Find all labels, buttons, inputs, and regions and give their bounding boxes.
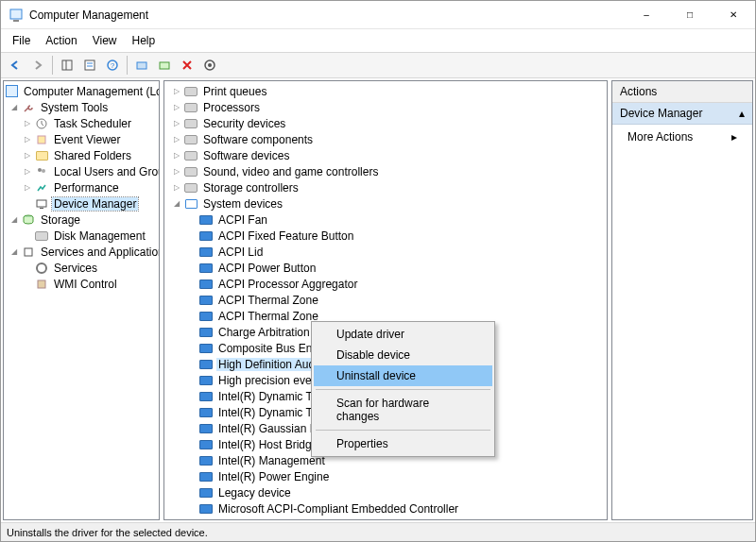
content-area: Computer Management (Local ◢ System Tool… <box>1 78 755 522</box>
menu-action[interactable]: Action <box>38 31 84 50</box>
device-icon <box>198 261 214 276</box>
expand-icon[interactable]: ▷ <box>21 149 34 162</box>
tree-performance[interactable]: ▷ Performance <box>4 179 159 195</box>
tree-disk-management[interactable]: Disk Management <box>4 228 159 244</box>
collapse-icon[interactable]: ◢ <box>8 246 21 259</box>
device-item[interactable]: ACPI Fixed Feature Button <box>164 228 607 244</box>
device-icon <box>198 485 214 500</box>
properties-button[interactable] <box>79 55 100 76</box>
expand-icon[interactable]: ▷ <box>21 181 34 195</box>
context-menu-item[interactable]: Scan for hardware changes <box>314 393 492 427</box>
toolbar-separator <box>52 56 53 75</box>
device-item[interactable]: Legacy device <box>164 484 607 500</box>
expand-icon[interactable]: ▷ <box>21 133 34 146</box>
device-category[interactable]: ▷ Security devices <box>164 115 607 131</box>
device-item[interactable]: ACPI Processor Aggregator <box>164 276 607 292</box>
device-icon <box>198 245 214 260</box>
device-item[interactable]: Microsoft ACPI-Compliant Embedded Contro… <box>164 500 607 517</box>
expand-icon[interactable]: ▷ <box>170 117 183 130</box>
collapse-icon[interactable]: ◢ <box>170 197 183 211</box>
navigation-tree-pane[interactable]: Computer Management (Local ◢ System Tool… <box>3 80 160 520</box>
minimize-button[interactable]: – <box>625 1 668 29</box>
close-button[interactable]: ✕ <box>712 1 755 29</box>
actions-more[interactable]: More Actions ▸ <box>612 125 752 149</box>
context-menu-item[interactable]: Disable device <box>314 345 492 365</box>
device-tree-pane[interactable]: ▷ Print queues▷ Processors▷ Security dev… <box>163 80 608 520</box>
wmi-icon <box>34 277 49 292</box>
device-item[interactable]: ACPI Fan <box>164 212 607 228</box>
device-manager-icon <box>34 196 49 212</box>
svg-rect-21 <box>38 280 45 288</box>
tools-icon <box>21 100 36 115</box>
svg-rect-0 <box>10 9 22 19</box>
collapse-icon[interactable]: ◢ <box>8 213 21 227</box>
tree-shared-folders[interactable]: ▷ Shared Folders <box>4 147 159 163</box>
security-icon <box>183 116 198 131</box>
device-category[interactable]: ▷ Sound, video and game controllers <box>164 163 607 179</box>
context-menu-item[interactable]: Properties <box>314 433 492 454</box>
device-category[interactable]: ▷ Software devices <box>164 147 607 163</box>
sound-icon <box>183 164 198 179</box>
device-icon <box>198 277 214 292</box>
device-item[interactable]: ACPI Power Button <box>164 260 607 276</box>
context-menu-item[interactable]: Update driver <box>314 324 492 345</box>
tree-system-tools[interactable]: ◢ System Tools <box>4 99 159 115</box>
collapse-icon[interactable]: ◢ <box>8 101 21 114</box>
device-item[interactable]: Intel(R) Power Engine <box>164 468 607 484</box>
disable-button[interactable] <box>199 55 220 76</box>
device-item[interactable]: Microsoft ACPI-Compliant System <box>164 517 607 520</box>
menu-bar: File Action View Help <box>1 29 755 52</box>
svg-rect-18 <box>40 208 43 209</box>
svg-rect-9 <box>137 62 146 69</box>
tree-wmi-control[interactable]: WMI Control <box>4 276 159 292</box>
expand-icon[interactable]: ▷ <box>170 149 183 162</box>
status-text: Uninstalls the driver for the selected d… <box>7 527 208 538</box>
folder-icon <box>34 148 49 163</box>
tree-root[interactable]: Computer Management (Local <box>4 83 159 99</box>
tree-event-viewer[interactable]: ▷ Event Viewer <box>4 131 159 147</box>
uninstall-button[interactable] <box>177 55 198 76</box>
device-item[interactable]: ACPI Lid <box>164 244 607 260</box>
cpu-icon <box>183 100 198 115</box>
update-driver-button[interactable] <box>154 55 175 76</box>
svg-point-12 <box>208 63 212 67</box>
device-category[interactable]: ▷ Print queues <box>164 83 607 99</box>
tree-device-manager[interactable]: Device Manager <box>4 195 159 212</box>
disk-icon <box>34 229 49 244</box>
forward-button[interactable] <box>27 55 48 76</box>
tree-services-apps[interactable]: ◢ Services and Applications <box>4 244 159 260</box>
tree-task-scheduler[interactable]: ▷ Task Scheduler <box>4 115 159 131</box>
expand-icon[interactable]: ▷ <box>21 117 34 130</box>
expand-icon[interactable]: ▷ <box>170 165 183 178</box>
show-hide-tree-button[interactable] <box>57 55 77 76</box>
menu-help[interactable]: Help <box>125 31 163 50</box>
context-menu: Update driverDisable deviceUninstall dev… <box>311 321 495 457</box>
maximize-button[interactable]: □ <box>668 1 712 29</box>
device-category[interactable]: ▷ Software components <box>164 131 607 147</box>
device-category-system[interactable]: ◢ System devices <box>164 195 607 212</box>
expand-icon[interactable]: ▷ <box>170 133 183 146</box>
svg-rect-4 <box>85 60 94 70</box>
expand-icon[interactable]: ▷ <box>170 101 183 114</box>
actions-section[interactable]: Device Manager ▴ <box>612 103 752 125</box>
device-category[interactable]: ▷ Storage controllers <box>164 179 607 195</box>
users-icon <box>34 164 49 179</box>
context-menu-item[interactable]: Uninstall device <box>314 365 492 386</box>
tree-services[interactable]: Services <box>4 260 159 276</box>
tree-local-users[interactable]: ▷ Local Users and Groups <box>4 163 159 179</box>
device-category[interactable]: ▷ Processors <box>164 99 607 115</box>
device-item[interactable]: ACPI Thermal Zone <box>164 292 607 308</box>
back-button[interactable] <box>5 55 26 76</box>
device-icon <box>198 309 214 324</box>
menu-file[interactable]: File <box>5 31 38 50</box>
device-icon <box>198 212 214 228</box>
actions-pane: Actions Device Manager ▴ More Actions ▸ <box>611 80 753 520</box>
menu-view[interactable]: View <box>85 31 125 50</box>
expand-icon[interactable]: ▷ <box>170 181 183 195</box>
help-button[interactable]: ? <box>102 55 123 76</box>
tree-storage[interactable]: ◢ Storage <box>4 212 159 228</box>
expand-icon[interactable]: ▷ <box>170 85 183 98</box>
expand-icon[interactable]: ▷ <box>21 165 34 178</box>
scan-hardware-button[interactable] <box>131 55 152 76</box>
device-icon <box>198 325 214 340</box>
